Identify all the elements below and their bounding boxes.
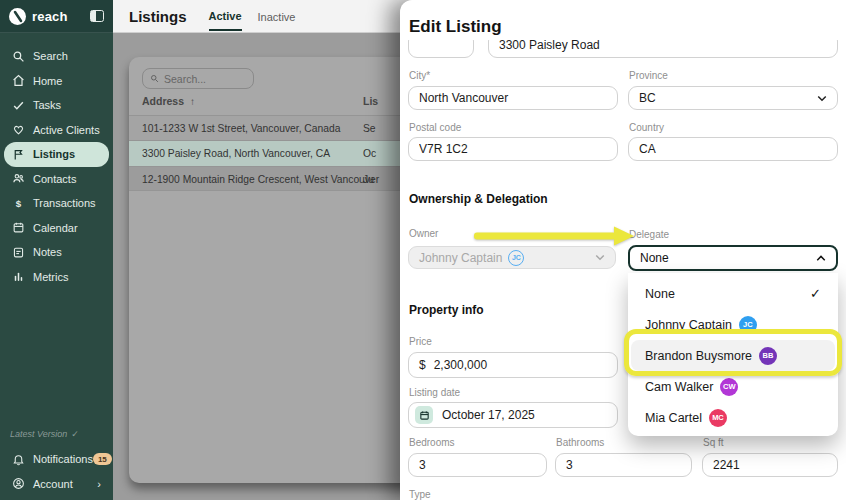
date-cell: Oc (363, 148, 376, 159)
menu-item-johnny-captain[interactable]: Johnny Captain JC (631, 309, 835, 340)
sidebar-item-label: Listings (33, 148, 75, 160)
tab-inactive[interactable]: Inactive (258, 2, 296, 30)
sidebar-item-label: Metrics (33, 271, 68, 283)
date-cell: Se (363, 123, 376, 134)
price-label: Price (409, 336, 432, 347)
chevron-right-icon: › (97, 478, 101, 490)
postal-code-field[interactable] (408, 137, 618, 161)
sidebar-item-listings[interactable]: Listings (4, 142, 109, 167)
street-field[interactable] (488, 40, 838, 58)
sidebar-item-search[interactable]: Search (4, 44, 109, 69)
sidebar-item-tasks[interactable]: Tasks (4, 93, 109, 118)
sidebar-item-label: Transactions (33, 197, 96, 209)
version-text: Latest Version (10, 429, 67, 439)
menu-item-brandon-buysmore[interactable]: Brandon Buysmore BB (631, 340, 835, 371)
drawer-title: Edit Listing (409, 17, 502, 37)
delegate-value: None (640, 251, 669, 265)
annotation-arrow (474, 226, 636, 246)
column-listing-date[interactable]: Lis (363, 95, 378, 107)
column-address-label: Address (142, 95, 184, 107)
sidebar-item-label: Account (33, 478, 73, 490)
page-title: Listings (129, 8, 187, 25)
sort-ascending-icon: ↑ (190, 96, 195, 107)
address-cell: 3300 Paisley Road, North Vancouver, CA (142, 148, 330, 159)
sidebar-item-label: Calendar (33, 222, 78, 234)
notifications-count-badge: 15 (93, 453, 112, 465)
search-input[interactable] (164, 73, 244, 85)
sqft-label: Sq ft (703, 437, 724, 448)
chevron-down-icon (595, 254, 605, 261)
contacts-icon (12, 172, 25, 185)
svg-text:$: $ (16, 198, 22, 209)
bathrooms-field[interactable] (555, 453, 692, 477)
sidebar-header: reach (0, 0, 113, 33)
ownership-heading: Ownership & Delegation (409, 192, 548, 206)
bedrooms-field[interactable] (408, 453, 547, 477)
avatar-badge: MC (709, 409, 727, 427)
sidebar-item-account[interactable]: Account › (4, 472, 109, 497)
listings-icon (12, 148, 25, 161)
sidebar-item-calendar[interactable]: Calendar (4, 216, 109, 241)
sidebar-toggle-icon[interactable] (90, 10, 104, 22)
delegate-label: Delegate (629, 229, 669, 240)
sidebar-item-home[interactable]: Home (4, 69, 109, 94)
sidebar-item-metrics[interactable]: Metrics (4, 265, 109, 290)
type-label: Type (409, 489, 431, 500)
menu-item-label: Johnny Captain (645, 318, 732, 332)
postal-code-label: Postal code (409, 122, 461, 133)
sidebar-item-label: Contacts (33, 173, 76, 185)
tab-active[interactable]: Active (209, 1, 242, 31)
sidebar-item-label: Home (33, 75, 62, 87)
sidebar-item-notifications[interactable]: Notifications 15 (4, 447, 109, 472)
listing-date-field[interactable]: October 17, 2025 (408, 402, 618, 428)
sidebar-item-active-clients[interactable]: Active Clients (4, 118, 109, 143)
listing-date-label: Listing date (409, 387, 460, 398)
column-address[interactable]: Address↑ (142, 95, 195, 107)
delegate-select[interactable]: None (628, 245, 838, 271)
home-icon (12, 74, 25, 87)
owner-avatar: JC (508, 250, 524, 266)
menu-item-label: Cam Walker (645, 380, 713, 394)
province-select[interactable]: BC (628, 86, 838, 110)
province-label: Province (629, 70, 668, 81)
sidebar-item-label: Notifications (33, 453, 93, 465)
owner-select[interactable]: Johnny Captain JC (408, 246, 616, 269)
country-field[interactable] (628, 137, 838, 161)
sidebar-footer: Latest Version✓ Notifications 15 Account… (4, 429, 109, 496)
avatar-badge: JC (739, 316, 757, 334)
address-cell: 12-1900 Mountain Ridge Crescent, West Va… (142, 174, 379, 185)
search-icon (12, 50, 25, 63)
menu-item-label: None (645, 287, 675, 301)
bedrooms-label: Bedrooms (409, 437, 455, 448)
menu-item-cam-walker[interactable]: Cam Walker CW (631, 371, 835, 402)
account-icon (12, 477, 25, 490)
app-window: reach Search Home Tasks Active Clients (0, 0, 846, 500)
brand-logo-icon (9, 8, 26, 25)
price-field[interactable]: $ 2,300,000 (408, 352, 618, 378)
search-icon (150, 74, 159, 83)
bell-icon (12, 453, 25, 466)
city-field[interactable] (408, 86, 618, 110)
chevron-up-icon (816, 255, 826, 262)
menu-item-none[interactable]: None ✓ (631, 278, 835, 309)
unit-field[interactable] (408, 40, 474, 58)
sidebar-item-contacts[interactable]: Contacts (4, 167, 109, 192)
sqft-field[interactable] (702, 453, 838, 477)
listings-search[interactable] (142, 68, 254, 89)
sidebar-item-label: Active Clients (33, 124, 100, 136)
transactions-icon: $ (12, 197, 25, 210)
property-info-heading: Property info (409, 303, 484, 317)
city-label: City* (409, 70, 430, 81)
currency-prefix: $ (419, 358, 426, 372)
sidebar-item-transactions[interactable]: $ Transactions (4, 191, 109, 216)
country-label: Country (629, 122, 664, 133)
sidebar-nav: Search Home Tasks Active Clients Listing… (4, 44, 109, 289)
avatar-badge: BB (759, 347, 777, 365)
menu-item-mia-cartel[interactable]: Mia Cartel MC (631, 402, 835, 433)
sidebar-item-notes[interactable]: Notes (4, 240, 109, 265)
brand-name: reach (32, 9, 90, 24)
tasks-icon (12, 99, 25, 112)
listing-date-value: October 17, 2025 (442, 408, 535, 422)
delegate-dropdown-menu: None ✓ Johnny Captain JC Brandon Buysmor… (628, 273, 838, 436)
version-label: Latest Version✓ (4, 429, 109, 447)
